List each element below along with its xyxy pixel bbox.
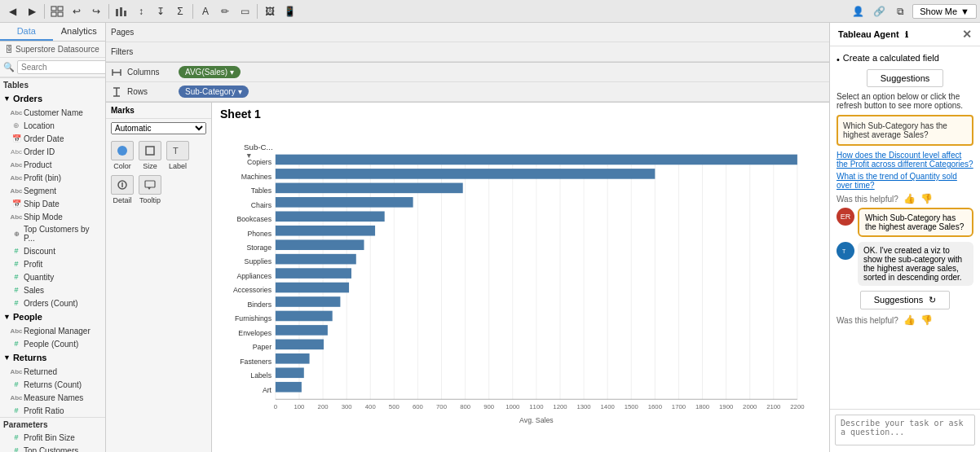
tooltip-mark-btn[interactable]: Tooltip <box>139 175 161 204</box>
field-discount[interactable]: #Discount <box>0 244 105 257</box>
sort-asc-btn[interactable]: ↕ <box>132 2 150 20</box>
agent-sub-text: Select an option below or click the refr… <box>837 92 973 110</box>
thumbs-down-icon[interactable]: 👎 <box>920 193 933 204</box>
orders-chevron: ▼ <box>3 94 11 103</box>
field-returned[interactable]: AbcReturned <box>0 365 105 378</box>
returns-section[interactable]: ▼ Returns <box>0 350 105 365</box>
field-top-customers-param[interactable]: #Top Customers <box>0 444 105 452</box>
svg-text:1700: 1700 <box>672 403 686 410</box>
question-3[interactable]: What is the trend of Quantity sold over … <box>837 172 973 190</box>
filters-shelf: Filters <box>106 42 829 62</box>
label-mark-btn[interactable]: T Label <box>166 141 189 170</box>
field-ship-mode[interactable]: AbcShip Mode <box>0 210 105 223</box>
svg-text:600: 600 <box>413 403 423 410</box>
present-btn[interactable]: ⧉ <box>891 2 909 20</box>
field-segment[interactable]: AbcSegment <box>0 184 105 197</box>
svg-rect-1 <box>58 7 63 11</box>
svg-text:Avg. Sales: Avg. Sales <box>519 416 554 424</box>
search-input[interactable] <box>17 60 106 74</box>
date-icon: 📅 <box>11 134 21 143</box>
color-mark-btn[interactable]: Color <box>111 141 134 170</box>
field-profit-ratio[interactable]: #Profit Ratio <box>0 404 105 417</box>
field-sales[interactable]: #Sales <box>0 283 105 296</box>
columns-pill[interactable]: AVG(Sales) ▾ <box>179 66 241 78</box>
abc-icon5: Abc <box>11 212 21 222</box>
agent-title: Tableau Agent ℹ <box>838 29 908 39</box>
svg-text:2200: 2200 <box>790 403 804 410</box>
field-profit-bin-size[interactable]: #Profit Bin Size <box>0 431 105 444</box>
share-btn[interactable]: 🔗 <box>870 2 888 20</box>
field-returns-count[interactable]: #Returns (Count) <box>0 378 105 391</box>
new-datasource-btn[interactable] <box>48 2 66 20</box>
svg-rect-53 <box>276 268 351 279</box>
user-btn[interactable]: 👤 <box>849 2 867 20</box>
field-top-customers[interactable]: ⊕Top Customers by P... <box>0 223 105 244</box>
field-orders-count[interactable]: #Orders (Count) <box>0 296 105 309</box>
field-profit[interactable]: #Profit <box>0 257 105 270</box>
tab-data[interactable]: Data <box>0 23 53 41</box>
svg-text:1300: 1300 <box>576 403 590 410</box>
svg-text:Envelopes: Envelopes <box>238 329 271 337</box>
svg-text:Labels: Labels <box>250 371 271 380</box>
forward-btn[interactable]: ▶ <box>23 2 41 20</box>
field-order-date[interactable]: 📅Order Date <box>0 132 105 145</box>
thumbs-down-icon-2[interactable]: 👎 <box>920 314 933 326</box>
agent-text-input[interactable] <box>835 415 975 445</box>
device-btn[interactable]: 📱 <box>280 2 298 20</box>
tooltip-btn[interactable]: ▭ <box>236 2 254 20</box>
svg-rect-6 <box>124 11 126 16</box>
thumbs-up-icon[interactable]: 👍 <box>903 193 916 204</box>
undo-btn[interactable]: ↩ <box>68 2 86 20</box>
rows-pill[interactable]: Sub-Category ▾ <box>179 86 249 98</box>
field-regional-manager[interactable]: AbcRegional Manager <box>0 324 105 337</box>
svg-rect-58 <box>276 340 324 350</box>
annotation-btn[interactable]: ✏ <box>216 2 234 20</box>
svg-text:T: T <box>842 248 846 254</box>
question-card-1[interactable]: Which Sub-Category has the highest avera… <box>837 115 973 146</box>
thumbs-up-icon-2[interactable]: 👍 <box>903 314 916 326</box>
search-icon: 🔍 <box>3 62 15 72</box>
field-ship-date[interactable]: 📅Ship Date <box>0 197 105 210</box>
agent-info-icon[interactable]: ℹ <box>905 30 908 39</box>
question-2[interactable]: How does the Discount level affect the P… <box>837 151 973 169</box>
parameters-section-label: Parameters <box>0 417 105 431</box>
field-customer-name[interactable]: AbcCustomer Name <box>0 106 105 119</box>
svg-rect-51 <box>276 239 364 250</box>
people-section[interactable]: ▼ People <box>0 309 105 324</box>
field-location[interactable]: ⊕Location <box>0 119 105 132</box>
refresh-icon: ↻ <box>929 295 936 305</box>
suggestions-btn-2[interactable]: Suggestions ↻ <box>860 291 951 309</box>
show-me-icon: ▼ <box>960 7 969 16</box>
detail-mark-btn[interactable]: Detail <box>111 175 134 204</box>
svg-text:100: 100 <box>294 403 305 410</box>
orders-section[interactable]: ▼ Orders <box>0 91 105 106</box>
svg-text:Appliances: Appliances <box>236 272 271 280</box>
highlight-btn[interactable]: A <box>196 2 214 20</box>
size-mark-btn[interactable]: Size <box>139 141 161 170</box>
svg-rect-45 <box>276 155 797 165</box>
sum-btn[interactable]: Σ <box>171 2 189 20</box>
image-btn[interactable]: 🖼 <box>261 2 279 20</box>
datasource-icon: 🗄 <box>5 45 13 54</box>
show-me-button[interactable]: Show Me ▼ <box>912 4 977 19</box>
back-btn[interactable]: ◀ <box>3 2 21 20</box>
sort-desc-btn[interactable]: ↧ <box>152 2 170 20</box>
suggestions-btn[interactable]: Suggestions <box>867 69 944 87</box>
agent-close-btn[interactable]: ✕ <box>962 28 972 41</box>
field-order-id[interactable]: AbcOrder ID <box>0 145 105 158</box>
redo-btn[interactable]: ↪ <box>87 2 105 20</box>
svg-text:Storage: Storage <box>246 244 271 252</box>
svg-text:Chairs: Chairs <box>251 201 272 209</box>
field-product[interactable]: AbcProduct <box>0 158 105 171</box>
tab-analytics[interactable]: Analytics <box>53 23 106 41</box>
field-quantity[interactable]: #Quantity <box>0 270 105 283</box>
helpful-label: Was this helpful? <box>837 195 898 204</box>
field-profit-bin[interactable]: AbcProfit (bin) <box>0 171 105 184</box>
svg-rect-0 <box>51 7 56 11</box>
main-layout: Data Analytics 🗄 Superstore Datasource 🔍… <box>0 23 980 452</box>
label-icon: T <box>166 141 189 160</box>
bar-chart-btn[interactable] <box>113 2 130 20</box>
field-people-count[interactable]: #People (Count) <box>0 337 105 350</box>
field-measure-names[interactable]: AbcMeasure Names <box>0 391 105 404</box>
marks-type-select[interactable]: Automatic Bar Line Area Circle <box>111 122 206 134</box>
